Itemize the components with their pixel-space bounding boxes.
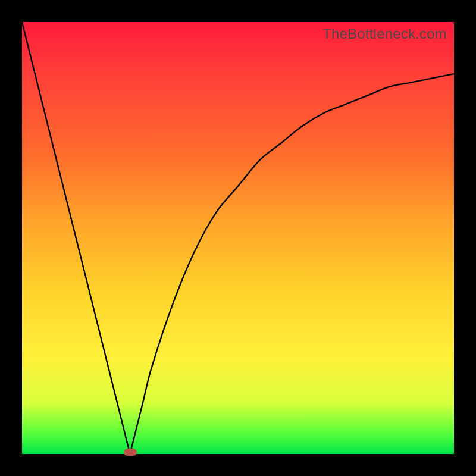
plot-area: TheBottleneck.com: [22, 22, 454, 454]
chart-frame: TheBottleneck.com: [0, 0, 476, 476]
min-marker: [124, 449, 137, 456]
curve-path: [22, 22, 454, 454]
bottleneck-curve: [22, 22, 454, 454]
